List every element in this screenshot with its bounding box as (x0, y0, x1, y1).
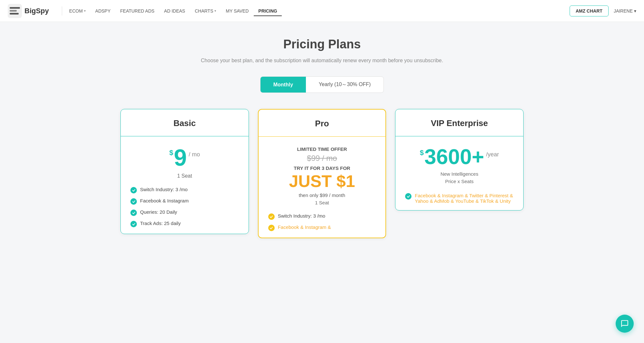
pro-just-price: JUST $1 (268, 172, 376, 191)
basic-price-amount: 9 (174, 146, 187, 169)
pricing-cards: Basic $ 9 / mo 1 Seat Switc (120, 109, 524, 238)
nav-divider (62, 6, 62, 15)
pro-seats: 1 Seat (268, 200, 376, 205)
page-subtitle: Choose your best plan, and the subscript… (120, 58, 524, 64)
monthly-toggle-button[interactable]: Monthly (260, 77, 306, 93)
yearly-toggle-button[interactable]: Yearly (10～30% OFF) (306, 77, 384, 93)
logo-icon (8, 4, 22, 18)
basic-price-period: / mo (189, 151, 200, 158)
list-item: Track Ads: 25 daily (130, 220, 239, 227)
pro-try-label: TRY IT FOR 3 DAYS FOR (268, 165, 376, 171)
check-icon (130, 210, 137, 216)
check-icon (405, 193, 412, 200)
nav-ecom[interactable]: ECOM ▾ (65, 6, 90, 16)
pro-original-price: $99 / mo (268, 154, 376, 163)
check-icon (130, 198, 137, 205)
pro-price-section: LIMITED TIME OFFER $99 / mo TRY IT FOR 3… (268, 146, 376, 205)
list-item: Queries: 20 Daily (130, 209, 239, 216)
user-menu[interactable]: JAIRENE ▾ (614, 8, 636, 14)
chevron-down-icon: ▾ (634, 8, 636, 14)
nav-ad-ideas[interactable]: AD IDEAS (160, 6, 190, 16)
amz-chart-button[interactable]: AMZ CHART (570, 5, 609, 16)
navbar: BigSpy ECOM ▾ ADSPY FEATURED ADS AD IDEA… (0, 0, 644, 22)
list-item: Facebook & Instagram & (268, 224, 376, 231)
pro-then-text: then only $99 / month (268, 192, 376, 198)
nav-featured-ads[interactable]: FEATURED ADS (116, 6, 159, 16)
vip-price-period: /year (486, 151, 499, 158)
basic-plan-name: Basic (130, 118, 239, 128)
nav-charts[interactable]: CHARTS ▾ (190, 6, 221, 16)
vip-price-section: $ 3600+ /year New Intelligences Price x … (405, 146, 514, 185)
basic-plan-card: Basic $ 9 / mo 1 Seat Switc (120, 109, 249, 234)
logo-text: BigSpy (24, 7, 49, 15)
svg-rect-2 (10, 10, 17, 12)
pro-features-list: Switch Industry: 3 /mo Facebook & Instag… (268, 213, 376, 231)
basic-card-body: $ 9 / mo 1 Seat Switch Industry: 3 /mo (121, 136, 249, 234)
check-icon-yellow (268, 225, 275, 231)
vip-price-row: $ 3600+ /year (405, 146, 514, 167)
basic-currency: $ (169, 149, 173, 157)
vip-price-amount: 3600+ (424, 146, 484, 167)
pro-card-header: Pro (259, 110, 386, 137)
pro-plan-card: Pro LIMITED TIME OFFER $99 / mo TRY IT F… (258, 109, 386, 238)
vip-plan-card: VIP Enterprise $ 3600+ /year New Intelli… (395, 109, 524, 211)
page-title: Pricing Plans (120, 37, 524, 51)
vip-currency: $ (420, 149, 424, 157)
vip-plan-name: VIP Enterprise (405, 118, 514, 128)
list-item: Switch Industry: 3 /mo (268, 213, 376, 220)
list-item: Switch Industry: 3 /mo (130, 187, 239, 193)
billing-toggle: Monthly Yearly (10～30% OFF) (120, 76, 524, 93)
check-icon-yellow (268, 213, 275, 220)
vip-card-header: VIP Enterprise (395, 109, 523, 136)
vip-features-list: Facebook & Instagram & Twitter & Pintere… (405, 193, 514, 204)
svg-rect-3 (10, 13, 19, 15)
toggle-wrapper: Monthly Yearly (10～30% OFF) (260, 76, 384, 93)
svg-rect-1 (10, 7, 20, 9)
vip-subtitle: New Intelligences Price x Seats (405, 171, 514, 185)
check-icon (130, 221, 137, 227)
basic-seats: 1 Seat (130, 173, 239, 179)
pro-card-body: LIMITED TIME OFFER $99 / mo TRY IT FOR 3… (259, 137, 386, 238)
nav-pricing[interactable]: PRICING (254, 6, 281, 16)
nav-adspy[interactable]: ADSPY (91, 6, 115, 16)
pro-plan-name: Pro (268, 119, 376, 129)
basic-features-list: Switch Industry: 3 /mo Facebook & Instag… (130, 187, 239, 227)
list-item: Facebook & Instagram & Twitter & Pintere… (405, 193, 514, 204)
list-item: Facebook & Instagram (130, 198, 239, 205)
nav-my-saved[interactable]: MY SAVED (221, 6, 253, 16)
basic-price-section: $ 9 / mo 1 Seat (130, 146, 239, 179)
chevron-down-icon: ▾ (214, 9, 216, 13)
pro-limited-offer-label: LIMITED TIME OFFER (268, 146, 376, 152)
navbar-right: AMZ CHART JAIRENE ▾ (570, 5, 636, 16)
logo-link[interactable]: BigSpy (8, 4, 49, 18)
chevron-down-icon: ▾ (84, 9, 86, 13)
basic-price-row: $ 9 / mo (130, 146, 239, 169)
vip-card-body: $ 3600+ /year New Intelligences Price x … (395, 136, 523, 210)
main-content: Pricing Plans Choose your best plan, and… (113, 22, 531, 258)
basic-card-header: Basic (121, 109, 249, 136)
nav-menu: ECOM ▾ ADSPY FEATURED ADS AD IDEAS CHART… (65, 6, 570, 16)
check-icon (130, 187, 137, 193)
